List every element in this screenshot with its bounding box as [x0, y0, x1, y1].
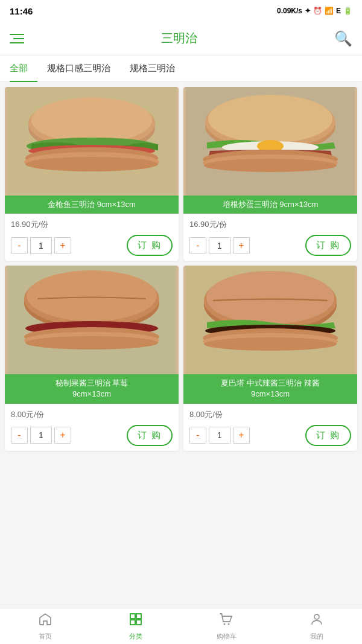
- quantity-control-1: - 1 +: [11, 237, 71, 254]
- product-card-4: 夏巴塔 中式辣酱三明治 辣酱9cm×13cm 8.00元/份 - 1 + 订 购: [183, 266, 357, 450]
- product-actions-3: - 1 + 订 购: [11, 425, 173, 446]
- product-name-banner-2: 培根炒蛋三明治 9cm×13cm: [183, 196, 357, 214]
- product-image-1: [5, 87, 179, 196]
- svg-rect-35: [130, 614, 135, 619]
- bluetooth-icon: ✦: [305, 7, 311, 15]
- order-button-1[interactable]: 订 购: [127, 235, 173, 256]
- svg-point-30: [206, 271, 334, 324]
- svg-point-4: [31, 97, 152, 143]
- sandwich-svg-2: [183, 87, 357, 196]
- svg-point-34: [204, 337, 337, 351]
- qty-minus-4[interactable]: -: [189, 427, 206, 444]
- svg-point-13: [208, 95, 332, 143]
- product-price-1: 16.90元/份: [11, 218, 173, 230]
- product-actions-1: - 1 + 订 购: [11, 235, 173, 256]
- nav-mine[interactable]: 我的: [272, 608, 362, 644]
- back-button[interactable]: [10, 34, 24, 43]
- tab-all[interactable]: 全部: [10, 56, 37, 82]
- home-icon: [38, 612, 52, 630]
- product-info-1: 16.90元/份 - 1 + 订 购: [5, 214, 179, 261]
- status-right: 0.09K/s ✦ ⏰ 📶 E 🔋: [277, 7, 352, 15]
- page-title: 三明治: [161, 30, 197, 46]
- product-name-4-text: 夏巴塔 中式辣酱三明治 辣酱9cm×13cm: [221, 378, 319, 398]
- quantity-control-4: - 1 +: [189, 427, 250, 444]
- battery-icon: 🔋: [343, 7, 352, 15]
- product-image-3: [5, 266, 179, 374]
- header: 三明治 🔍: [0, 22, 362, 56]
- qty-value-1: 1: [30, 237, 52, 254]
- qty-minus-1[interactable]: -: [11, 237, 28, 254]
- product-name-banner-1: 金枪鱼三明治 9cm×13cm: [5, 196, 179, 214]
- network-speed: 0.09K/s: [277, 7, 302, 15]
- product-price-2: 16.90元/份: [189, 218, 351, 230]
- nav-category[interactable]: 分类: [91, 608, 181, 644]
- search-icon[interactable]: 🔍: [334, 30, 352, 47]
- alarm-icon: ⏰: [313, 7, 322, 15]
- quantity-control-3: - 1 +: [11, 427, 71, 444]
- qty-plus-4[interactable]: +: [233, 427, 250, 444]
- status-time: 11:46: [10, 6, 33, 16]
- svg-point-40: [228, 623, 230, 625]
- product-name-banner-3: 秘制果酱三明治 草莓9cm×13cm: [5, 374, 179, 403]
- product-card-2: 培根炒蛋三明治 9cm×13cm 16.90元/份 - 1 + 订 购: [183, 87, 357, 261]
- nav-home[interactable]: 首页: [0, 608, 91, 644]
- cart-icon: [219, 612, 233, 630]
- qty-plus-2[interactable]: +: [233, 237, 250, 254]
- product-grid: 金枪鱼三明治 9cm×13cm 16.90元/份 - 1 + 订 购: [0, 82, 362, 456]
- nav-cart[interactable]: 购物车: [181, 608, 272, 644]
- carrier-label: E: [336, 7, 341, 15]
- nav-cart-label: 购物车: [217, 632, 237, 641]
- quantity-control-2: - 1 +: [189, 237, 250, 254]
- svg-point-22: [27, 270, 157, 321]
- tab-standard[interactable]: 规格三明治: [120, 56, 185, 82]
- svg-point-39: [224, 623, 226, 625]
- category-icon: [129, 612, 143, 630]
- svg-point-9: [25, 157, 158, 171]
- bottom-nav: 首页 分类 购物车 我的: [0, 608, 362, 644]
- qty-plus-3[interactable]: +: [54, 427, 71, 444]
- product-card-3: 秘制果酱三明治 草莓9cm×13cm 8.00元/份 - 1 + 订 购: [5, 266, 179, 450]
- status-bar: 11:46 0.09K/s ✦ ⏰ 📶 E 🔋: [0, 0, 362, 22]
- order-button-3[interactable]: 订 购: [127, 425, 173, 446]
- svg-point-41: [314, 614, 319, 619]
- sandwich-svg-1: [5, 87, 179, 196]
- qty-plus-1[interactable]: +: [54, 237, 71, 254]
- nav-category-label: 分类: [129, 632, 142, 641]
- qty-value-2: 1: [209, 237, 230, 254]
- qty-value-4: 1: [209, 427, 230, 444]
- product-info-3: 8.00元/份 - 1 + 订 购: [5, 404, 179, 451]
- product-card-1: 金枪鱼三明治 9cm×13cm 16.90元/份 - 1 + 订 购: [5, 87, 179, 261]
- mine-icon: [310, 612, 324, 630]
- svg-rect-37: [130, 620, 135, 625]
- sandwich-svg-3: [5, 266, 179, 374]
- signal-icon: 📶: [325, 7, 334, 15]
- nav-home-label: 首页: [39, 632, 52, 641]
- main-content: 金枪鱼三明治 9cm×13cm 16.90元/份 - 1 + 订 购: [0, 82, 362, 497]
- svg-point-18: [204, 159, 337, 172]
- svg-rect-38: [136, 620, 141, 625]
- svg-point-26: [25, 336, 158, 349]
- product-info-4: 8.00元/份 - 1 + 订 购: [183, 404, 357, 451]
- svg-rect-36: [136, 614, 141, 619]
- order-button-2[interactable]: 订 购: [305, 235, 351, 256]
- product-actions-2: - 1 + 订 购: [189, 235, 351, 256]
- product-image-4: [183, 266, 357, 374]
- tab-bar: 全部 规格口感三明治 规格三明治: [0, 56, 362, 82]
- qty-value-3: 1: [30, 427, 52, 444]
- product-price-4: 8.00元/份: [189, 409, 351, 420]
- product-price-3: 8.00元/份: [11, 409, 173, 420]
- nav-mine-label: 我的: [310, 632, 323, 641]
- qty-minus-2[interactable]: -: [189, 237, 206, 254]
- tab-texture[interactable]: 规格口感三明治: [37, 56, 120, 82]
- product-info-2: 16.90元/份 - 1 + 订 购: [183, 214, 357, 261]
- product-name-3-text: 秘制果酱三明治 草莓9cm×13cm: [56, 378, 129, 398]
- product-image-2: [183, 87, 357, 196]
- product-name-banner-4: 夏巴塔 中式辣酱三明治 辣酱9cm×13cm: [183, 374, 357, 403]
- order-button-4[interactable]: 订 购: [305, 425, 351, 446]
- qty-minus-3[interactable]: -: [11, 427, 28, 444]
- product-actions-4: - 1 + 订 购: [189, 425, 351, 446]
- sandwich-svg-4: [183, 266, 357, 374]
